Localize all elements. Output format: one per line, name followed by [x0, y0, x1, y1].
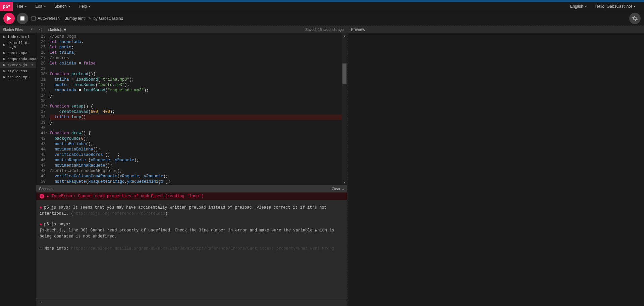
play-icon	[7, 16, 12, 21]
menu-edit-label: Edit	[35, 4, 42, 9]
chevron-down-icon: ▼	[88, 5, 91, 8]
msg1-link[interactable]: http://p5js.org/reference/#/p5/preload	[73, 211, 165, 216]
file-label: style.css	[7, 69, 27, 73]
console-message-2: ❀p5.js says: [sketch.js, line 38] Cannot…	[40, 221, 344, 252]
console-title: Console	[39, 187, 52, 191]
gear-icon	[632, 15, 638, 21]
console-input[interactable]: >	[36, 299, 347, 306]
code-line[interactable]: function setup() {	[50, 104, 345, 109]
menu-file[interactable]: File▼	[13, 2, 31, 11]
sidebar-header[interactable]: Sketch Files ▼	[0, 26, 36, 33]
code-line[interactable]: trilha.loop()	[50, 115, 345, 120]
code-line[interactable]: verificaColisaoComARaquete(xRaquete, yRa…	[50, 174, 345, 179]
code-line[interactable]: verificaColisaoBorda () ;	[50, 152, 345, 158]
stop-button[interactable]	[17, 13, 28, 24]
author-link[interactable]: GabsCastilho	[99, 16, 123, 21]
msg2-link[interactable]: https://developer.mozilla.org/en-US/docs…	[71, 246, 334, 251]
tab-sketch[interactable]: sketch.js	[45, 26, 69, 33]
menu-user-label: Hello, GabsCastilho!	[595, 4, 632, 9]
code-line[interactable]	[50, 98, 345, 104]
code-line[interactable]: trilha = loadSound("trilha.mp3");	[50, 77, 345, 82]
main: Sketch Files ▼ 🗎index.html🗎p5.collid…d.j…	[0, 26, 644, 306]
auto-refresh-toggle[interactable]: Auto-refresh	[32, 16, 60, 21]
file-icon: 🗎	[3, 43, 6, 47]
chevron-down-icon: ▼	[68, 5, 71, 8]
pencil-icon[interactable]: ✎	[88, 16, 91, 20]
chevron-down-icon: ▼	[31, 28, 33, 31]
code-line[interactable]: let ponto;	[50, 45, 345, 50]
menu-file-label: File	[17, 4, 23, 9]
file-icon: 🗎	[3, 35, 6, 39]
code-line[interactable]: raquetada = loadSound("raquetada.mp3");	[50, 88, 345, 93]
code-line[interactable]: function preLoad(){	[50, 72, 345, 77]
code-line[interactable]: movimentaBolinha();	[50, 147, 345, 152]
code-line[interactable]: mostraBolinha();	[50, 141, 345, 147]
preview-title: Preview	[351, 27, 365, 32]
file-item[interactable]: 🗎ponto.mp3	[0, 50, 36, 56]
menu-language-label: English	[570, 4, 583, 9]
sketch-name-text[interactable]: Jumpy lentil	[65, 16, 86, 21]
file-label: raquetada.mp3	[7, 57, 36, 61]
file-item[interactable]: 🗎index.html	[0, 34, 36, 40]
sidebar-title: Sketch Files	[3, 28, 23, 32]
scroll-thumb[interactable]	[342, 63, 346, 84]
code-line[interactable]: let raquetada;	[50, 39, 345, 45]
menu-language[interactable]: English▼	[566, 2, 591, 11]
settings-button[interactable]	[629, 13, 641, 24]
code-line[interactable]: }	[50, 93, 345, 98]
code-line[interactable]: ponto = loadSound("ponto.mp3");	[50, 82, 345, 88]
code-line[interactable]: //erificaColisaoComARaquete();	[50, 168, 345, 174]
scroll-up-icon[interactable]: ▲	[342, 33, 347, 39]
code-line[interactable]: mostraRaquete (xRaquete, yRaquete);	[50, 158, 345, 163]
file-icon: 🗎	[3, 63, 6, 67]
auto-refresh-label: Auto-refresh	[38, 16, 60, 21]
code-line[interactable]	[50, 125, 345, 131]
menu-sketch[interactable]: Sketch▼	[50, 2, 75, 11]
error-icon: ✕	[40, 194, 44, 199]
menu-left: File▼ Edit▼ Sketch▼ Help▼	[13, 2, 95, 11]
msg1-close: )	[165, 211, 167, 216]
code-editor[interactable]: 2324252627282930313233343536373839404142…	[36, 33, 347, 185]
sidebar: Sketch Files ▼ 🗎index.html🗎p5.collid…d.j…	[0, 26, 36, 306]
chevron-down-icon: ▼	[44, 5, 46, 8]
code-area[interactable]: //Sons Jogolet raquetada;let ponto;let t…	[48, 33, 347, 185]
menu-right: English▼ Hello, GabsCastilho!▼	[566, 2, 644, 11]
file-icon: 🗎	[3, 69, 6, 73]
code-line[interactable]	[50, 66, 345, 72]
menu-user[interactable]: Hello, GabsCastilho!▼	[591, 2, 640, 11]
menu-help[interactable]: Help▼	[74, 2, 95, 11]
clear-button[interactable]: Clear ⌄	[332, 187, 344, 191]
menubar: p5* File▼ Edit▼ Sketch▼ Help▼ English▼ H…	[0, 2, 644, 11]
collapse-sidebar-button[interactable]: <	[36, 26, 45, 33]
play-button[interactable]	[3, 13, 15, 24]
msg2-body: [sketch.js, line 38] Cannot read propert…	[40, 228, 334, 239]
code-line[interactable]: function draw() {	[50, 131, 345, 136]
file-item[interactable]: 🗎raquetada.mp3	[0, 56, 36, 62]
chevron-down-icon: ▼	[24, 5, 27, 8]
console-error-row[interactable]: ✕ ▶ TypeError: Cannot read properties of…	[36, 192, 347, 200]
code-line[interactable]: movimentaMinhaRaquete();	[50, 163, 345, 168]
tabbar: < sketch.js Saved: 15 seconds ago	[36, 26, 347, 33]
file-item[interactable]: 🗎p5.collid…d.js	[0, 40, 36, 50]
code-line[interactable]: movimentaRaqueteinimigo ();	[50, 184, 345, 185]
code-line[interactable]: //Sons Jogo	[50, 34, 345, 39]
file-item[interactable]: 🗎style.css	[0, 68, 36, 74]
code-line[interactable]: let trilha;	[50, 50, 345, 55]
chevron-down-icon: ▼	[32, 63, 33, 67]
file-item[interactable]: 🗎trilha.mp3	[0, 74, 36, 80]
code-line[interactable]: }	[50, 120, 345, 125]
code-line[interactable]: createCanvas(600, 400);	[50, 109, 345, 115]
menu-edit[interactable]: Edit▼	[31, 2, 50, 11]
line-gutter: 2324252627282930313233343536373839404142…	[36, 33, 48, 185]
scroll-down-icon[interactable]: ▼	[342, 180, 347, 185]
vertical-scrollbar[interactable]: ▲ ▼	[342, 33, 347, 185]
chevron-down-icon: ▼	[585, 5, 587, 8]
code-line[interactable]: mostraRaquete(xRaqueteinimigo,yRaquetein…	[50, 179, 345, 184]
code-line[interactable]: //outros	[50, 55, 345, 61]
file-item[interactable]: 🗎sketch.js▼	[0, 62, 36, 68]
code-line[interactable]: background(0);	[50, 136, 345, 141]
p5-logo[interactable]: p5*	[0, 2, 13, 11]
code-line[interactable]: let colidiu = false	[50, 61, 345, 66]
file-label: index.html	[7, 35, 30, 39]
by-label: by	[93, 16, 98, 21]
